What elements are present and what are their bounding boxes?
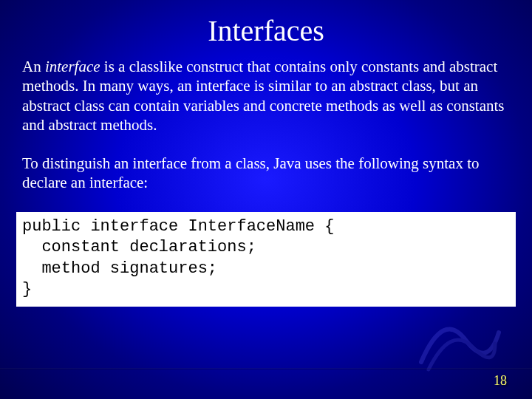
page-number: 18 xyxy=(494,373,507,389)
paragraph-2: To distinguish an interface from a class… xyxy=(22,154,510,193)
paragraph-1: An interface is a classlike construct th… xyxy=(22,57,510,134)
slide: Interfaces An interface is a classlike c… xyxy=(0,0,532,399)
decorative-swirl-icon xyxy=(414,303,502,377)
para1-term: interface xyxy=(45,58,100,75)
slide-title: Interfaces xyxy=(22,13,510,48)
footer-divider xyxy=(0,368,532,369)
code-block: public interface InterfaceName { constan… xyxy=(16,212,516,307)
para1-pre: An xyxy=(22,58,45,75)
